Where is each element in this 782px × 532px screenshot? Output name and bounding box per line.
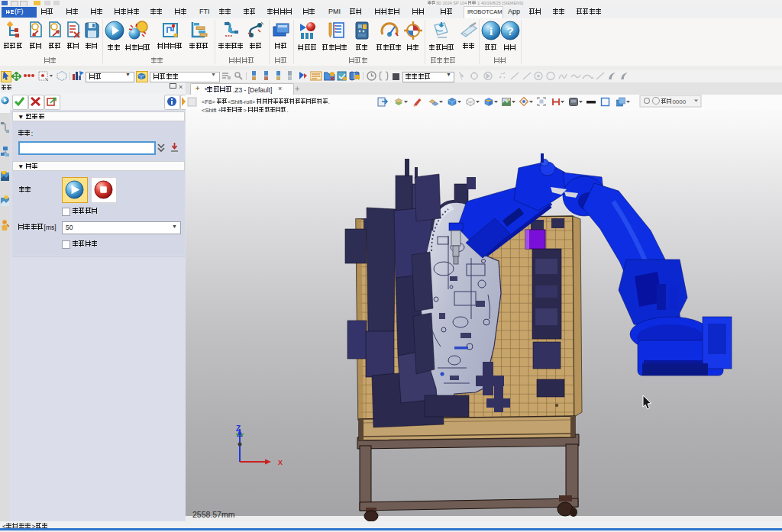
svg-text:2558.57mm: 2558.57mm [192,510,235,519]
svg-text:Z: Z [236,424,241,433]
svg-text:?: ? [506,24,513,37]
svg-text:X: X [278,459,283,466]
svg-text:i: i [490,25,493,37]
